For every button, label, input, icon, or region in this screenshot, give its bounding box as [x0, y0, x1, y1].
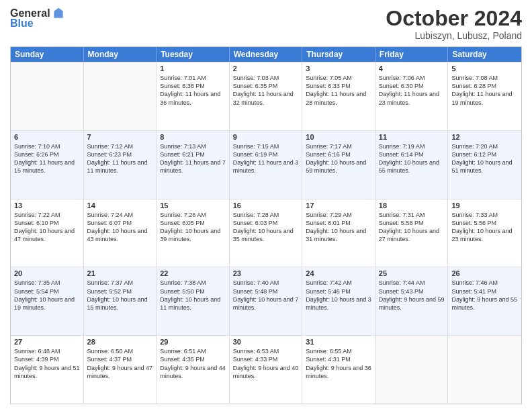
day-cell-12: 12Sunrise: 7:20 AMSunset: 6:12 PMDayligh…: [448, 131, 521, 199]
day-number: 29: [160, 338, 226, 346]
header: General Blue October 2024 Lubiszyn, Lubu…: [10, 7, 522, 41]
day-number: 4: [379, 64, 445, 73]
day-info: Sunrise: 7:33 AMSunset: 5:56 PMDaylight:…: [451, 211, 518, 244]
day-number: 23: [233, 269, 299, 277]
day-number: 16: [233, 201, 299, 210]
day-number: 21: [87, 269, 153, 277]
day-cell-24: 24Sunrise: 7:42 AMSunset: 5:46 PMDayligh…: [302, 267, 375, 335]
week-row-3: 13Sunrise: 7:22 AMSunset: 6:10 PMDayligh…: [11, 199, 521, 267]
day-cell-31: 31Sunrise: 6:55 AMSunset: 4:31 PMDayligh…: [302, 336, 375, 404]
day-cell-2: 2Sunrise: 7:03 AMSunset: 6:35 PMDaylight…: [230, 62, 303, 130]
month-title: October 2024: [386, 7, 522, 30]
day-cell-23: 23Sunrise: 7:40 AMSunset: 5:48 PMDayligh…: [230, 267, 303, 335]
day-cell-8: 8Sunrise: 7:13 AMSunset: 6:21 PMDaylight…: [157, 131, 230, 199]
day-number: 31: [306, 338, 371, 346]
day-info: Sunrise: 7:29 AMSunset: 6:01 PMDaylight:…: [306, 211, 371, 244]
day-info: Sunrise: 7:01 AMSunset: 6:38 PMDaylight:…: [160, 74, 226, 107]
day-number: 9: [233, 133, 299, 141]
calendar: SundayMondayTuesdayWednesdayThursdayFrid…: [10, 46, 522, 404]
day-info: Sunrise: 7:05 AMSunset: 6:33 PMDaylight:…: [306, 74, 371, 107]
page: General Blue October 2024 Lubiszyn, Lubu…: [0, 0, 532, 411]
header-day-sunday: Sunday: [11, 47, 84, 62]
day-number: 3: [306, 64, 371, 73]
day-info: Sunrise: 7:44 AMSunset: 5:43 PMDaylight:…: [379, 279, 445, 312]
day-number: 13: [14, 201, 80, 210]
empty-cell: [11, 62, 84, 130]
header-day-thursday: Thursday: [302, 47, 375, 62]
day-number: 10: [306, 133, 371, 141]
day-number: 2: [233, 64, 299, 73]
day-number: 8: [160, 133, 226, 141]
day-number: 7: [87, 133, 153, 141]
day-info: Sunrise: 7:22 AMSunset: 6:10 PMDaylight:…: [14, 211, 80, 244]
day-number: 18: [379, 201, 445, 210]
day-info: Sunrise: 7:06 AMSunset: 6:30 PMDaylight:…: [379, 74, 445, 107]
day-info: Sunrise: 7:19 AMSunset: 6:14 PMDaylight:…: [379, 142, 445, 175]
day-cell-13: 13Sunrise: 7:22 AMSunset: 6:10 PMDayligh…: [11, 199, 84, 267]
day-number: 28: [87, 338, 153, 346]
day-cell-19: 19Sunrise: 7:33 AMSunset: 5:56 PMDayligh…: [448, 199, 521, 267]
day-info: Sunrise: 7:35 AMSunset: 5:54 PMDaylight:…: [14, 279, 80, 312]
day-info: Sunrise: 7:03 AMSunset: 6:35 PMDaylight:…: [233, 74, 299, 107]
header-day-tuesday: Tuesday: [157, 47, 230, 62]
day-info: Sunrise: 7:10 AMSunset: 6:26 PMDaylight:…: [14, 142, 80, 175]
day-cell-26: 26Sunrise: 7:46 AMSunset: 5:41 PMDayligh…: [448, 267, 521, 335]
day-cell-22: 22Sunrise: 7:38 AMSunset: 5:50 PMDayligh…: [157, 267, 230, 335]
day-info: Sunrise: 7:13 AMSunset: 6:21 PMDaylight:…: [160, 142, 226, 175]
day-cell-14: 14Sunrise: 7:24 AMSunset: 6:07 PMDayligh…: [84, 199, 157, 267]
week-row-4: 20Sunrise: 7:35 AMSunset: 5:54 PMDayligh…: [11, 267, 521, 335]
day-cell-3: 3Sunrise: 7:05 AMSunset: 6:33 PMDaylight…: [302, 62, 375, 130]
calendar-body: 1Sunrise: 7:01 AMSunset: 6:38 PMDaylight…: [11, 62, 521, 404]
day-number: 12: [451, 133, 518, 141]
day-cell-17: 17Sunrise: 7:29 AMSunset: 6:01 PMDayligh…: [302, 199, 375, 267]
day-info: Sunrise: 7:42 AMSunset: 5:46 PMDaylight:…: [306, 279, 371, 312]
day-number: 27: [14, 338, 80, 346]
empty-cell: [448, 336, 521, 404]
logo-icon: [52, 7, 65, 20]
day-number: 26: [451, 269, 518, 277]
day-cell-28: 28Sunrise: 6:50 AMSunset: 4:37 PMDayligh…: [84, 336, 157, 404]
day-info: Sunrise: 7:26 AMSunset: 6:05 PMDaylight:…: [160, 211, 226, 244]
day-cell-7: 7Sunrise: 7:12 AMSunset: 6:23 PMDaylight…: [84, 131, 157, 199]
title-section: October 2024 Lubiszyn, Lubusz, Poland: [386, 7, 522, 41]
day-info: Sunrise: 7:38 AMSunset: 5:50 PMDaylight:…: [160, 279, 226, 312]
day-cell-27: 27Sunrise: 6:48 AMSunset: 4:39 PMDayligh…: [11, 336, 84, 404]
day-cell-5: 5Sunrise: 7:08 AMSunset: 6:28 PMDaylight…: [448, 62, 521, 130]
day-info: Sunrise: 6:51 AMSunset: 4:35 PMDaylight:…: [160, 347, 226, 380]
day-number: 25: [379, 269, 445, 277]
empty-cell: [375, 336, 449, 404]
day-cell-20: 20Sunrise: 7:35 AMSunset: 5:54 PMDayligh…: [11, 267, 84, 335]
day-info: Sunrise: 6:50 AMSunset: 4:37 PMDaylight:…: [87, 347, 153, 380]
header-day-monday: Monday: [84, 47, 157, 62]
day-number: 5: [451, 64, 518, 73]
day-info: Sunrise: 7:46 AMSunset: 5:41 PMDaylight:…: [451, 279, 518, 312]
header-day-saturday: Saturday: [448, 47, 521, 62]
day-cell-15: 15Sunrise: 7:26 AMSunset: 6:05 PMDayligh…: [157, 199, 230, 267]
week-row-5: 27Sunrise: 6:48 AMSunset: 4:39 PMDayligh…: [11, 335, 521, 404]
day-cell-1: 1Sunrise: 7:01 AMSunset: 6:38 PMDaylight…: [157, 62, 230, 130]
day-number: 15: [160, 201, 226, 210]
day-info: Sunrise: 6:53 AMSunset: 4:33 PMDaylight:…: [233, 347, 299, 380]
day-cell-21: 21Sunrise: 7:37 AMSunset: 5:52 PMDayligh…: [84, 267, 157, 335]
day-number: 22: [160, 269, 226, 277]
day-number: 14: [87, 201, 153, 210]
day-info: Sunrise: 7:31 AMSunset: 5:58 PMDaylight:…: [379, 211, 445, 244]
day-number: 19: [451, 201, 518, 210]
day-number: 24: [306, 269, 371, 277]
day-cell-16: 16Sunrise: 7:28 AMSunset: 6:03 PMDayligh…: [230, 199, 303, 267]
location: Lubiszyn, Lubusz, Poland: [386, 30, 522, 41]
logo-blue-text: Blue: [10, 17, 34, 30]
day-number: 1: [160, 64, 226, 73]
week-row-1: 1Sunrise: 7:01 AMSunset: 6:38 PMDaylight…: [11, 62, 521, 130]
day-info: Sunrise: 7:40 AMSunset: 5:48 PMDaylight:…: [233, 279, 299, 312]
day-cell-10: 10Sunrise: 7:17 AMSunset: 6:16 PMDayligh…: [302, 131, 375, 199]
day-info: Sunrise: 6:55 AMSunset: 4:31 PMDaylight:…: [306, 347, 371, 380]
day-cell-18: 18Sunrise: 7:31 AMSunset: 5:58 PMDayligh…: [375, 199, 449, 267]
day-info: Sunrise: 6:48 AMSunset: 4:39 PMDaylight:…: [14, 347, 80, 380]
week-row-2: 6Sunrise: 7:10 AMSunset: 6:26 PMDaylight…: [11, 130, 521, 199]
day-number: 11: [379, 133, 445, 141]
header-day-friday: Friday: [375, 47, 449, 62]
day-info: Sunrise: 7:20 AMSunset: 6:12 PMDaylight:…: [451, 142, 518, 175]
day-cell-29: 29Sunrise: 6:51 AMSunset: 4:35 PMDayligh…: [157, 336, 230, 404]
day-info: Sunrise: 7:28 AMSunset: 6:03 PMDaylight:…: [233, 211, 299, 244]
